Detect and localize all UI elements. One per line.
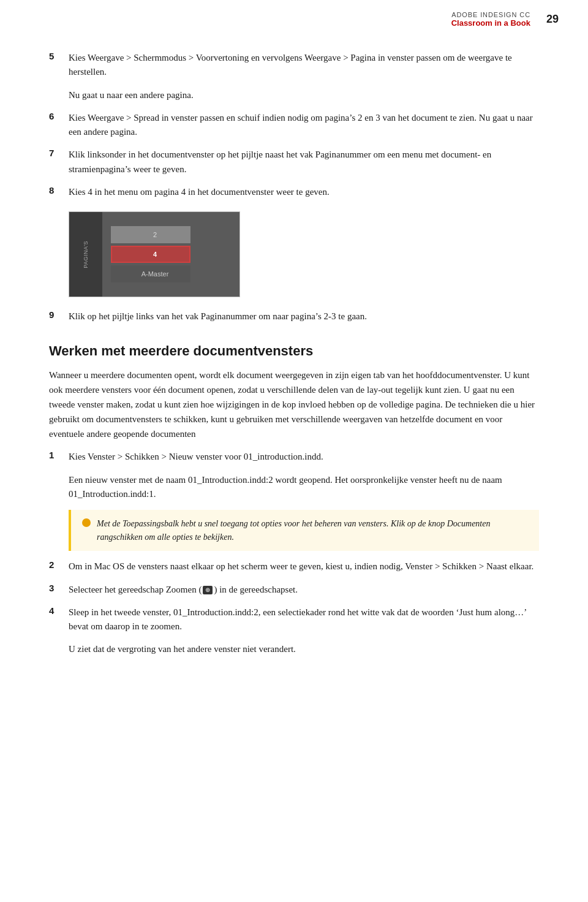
step-8: 8 Kies 4 in het menu om pagina 4 in het … [49, 185, 539, 199]
step-5-number: 5 [49, 51, 69, 61]
section-step-1-subtext: Een nieuw venster met de naam 01_Introdu… [69, 473, 539, 502]
step-5: 5 Kies Weergave > Schermmodus > Voorvert… [49, 51, 539, 80]
step-9: 9 Klik op het pijltje links van het vak … [49, 309, 539, 324]
step-7-number: 7 [49, 148, 69, 158]
tip-bullet-icon [82, 518, 91, 527]
header-top-label: ADOBE INDESIGN CC [451, 11, 530, 18]
step-6-text: Kies Weergave > Spread in venster passen… [69, 111, 539, 140]
section-step-3: 3 Selecteer het gereedschap Zoomen (⊕) i… [49, 583, 539, 597]
step-8-text: Kies 4 in het menu om pagina 4 in het do… [69, 185, 539, 199]
section-step-4-number: 4 [49, 605, 69, 616]
section-step-1-text: Kies Venster > Schikken > Nieuw venster … [69, 450, 539, 464]
screenshot-inner: PAGINA'S 2 4 A-Master [69, 212, 239, 297]
main-content: 5 Kies Weergave > Schermmodus > Voorvert… [0, 34, 588, 690]
header-book-title: Classroom in a Book [451, 18, 530, 28]
step-8-number: 8 [49, 185, 69, 195]
section-step-3-text: Selecteer het gereedschap Zoomen (⊕) in … [69, 583, 539, 597]
zoom-tool-icon: ⊕ [203, 586, 213, 594]
page-list: 2 4 A-Master [111, 226, 190, 282]
section-step-3-number: 3 [49, 583, 69, 593]
page-item-2: 2 [111, 226, 190, 243]
step-9-text: Klik op het pijltje links van het vak Pa… [69, 309, 539, 324]
step-6: 6 Kies Weergave > Spread in venster pass… [49, 111, 539, 140]
section-step-1: 1 Kies Venster > Schikken > Nieuw venste… [49, 450, 539, 464]
section-heading: Werken met meerdere documentvensters [49, 343, 539, 359]
section-step-4-text: Sleep in het tweede venster, 01_Introduc… [69, 605, 539, 634]
section-intro: Wanneer u meerdere documenten opent, wor… [49, 368, 539, 441]
page-item-amaster: A-Master [111, 265, 190, 282]
screenshot-sidebar: PAGINA'S [69, 212, 102, 297]
section-step-4: 4 Sleep in het tweede venster, 01_Introd… [49, 605, 539, 634]
section-step-2-text: Om in Mac OS de vensters naast elkaar op… [69, 559, 539, 574]
sidebar-label: PAGINA'S [83, 241, 89, 268]
section-step-2-number: 2 [49, 559, 69, 570]
step-9-number: 9 [49, 309, 69, 320]
step-5-followup: Nu gaat u naar een andere pagina. [69, 88, 539, 102]
step-6-number: 6 [49, 111, 69, 121]
page: ADOBE INDESIGN CC Classroom in a Book 29… [0, 0, 588, 902]
section-step-2: 2 Om in Mac OS de vensters naast elkaar … [49, 559, 539, 574]
tip-text: Met de Toepassingsbalk hebt u snel toega… [97, 517, 528, 544]
page-item-4: 4 [111, 246, 190, 263]
step-5-text: Kies Weergave > Schermmodus > Voorverton… [69, 51, 539, 80]
header-titles: ADOBE INDESIGN CC Classroom in a Book [451, 11, 530, 28]
page-number: 29 [546, 13, 559, 26]
section-step-1-number: 1 [49, 450, 69, 460]
step-7-text: Klik linksonder in het documentvenster o… [69, 148, 539, 176]
header-right: ADOBE INDESIGN CC Classroom in a Book 29 [451, 11, 559, 28]
step-7: 7 Klik linksonder in het documentvenster… [49, 148, 539, 176]
page-header: ADOBE INDESIGN CC Classroom in a Book 29 [0, 0, 588, 34]
section-step-4-subtext: U ziet dat de vergroting van het andere … [69, 642, 539, 656]
tip-box: Met de Toepassingsbalk hebt u snel toega… [69, 510, 539, 551]
screenshot-container: PAGINA'S 2 4 A-Master [69, 211, 240, 297]
